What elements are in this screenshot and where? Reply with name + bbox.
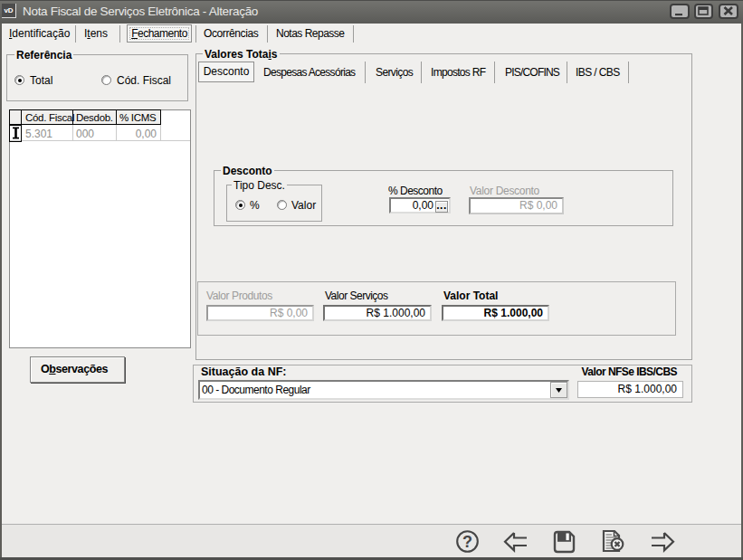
svg-text:?: ? [462,533,472,551]
